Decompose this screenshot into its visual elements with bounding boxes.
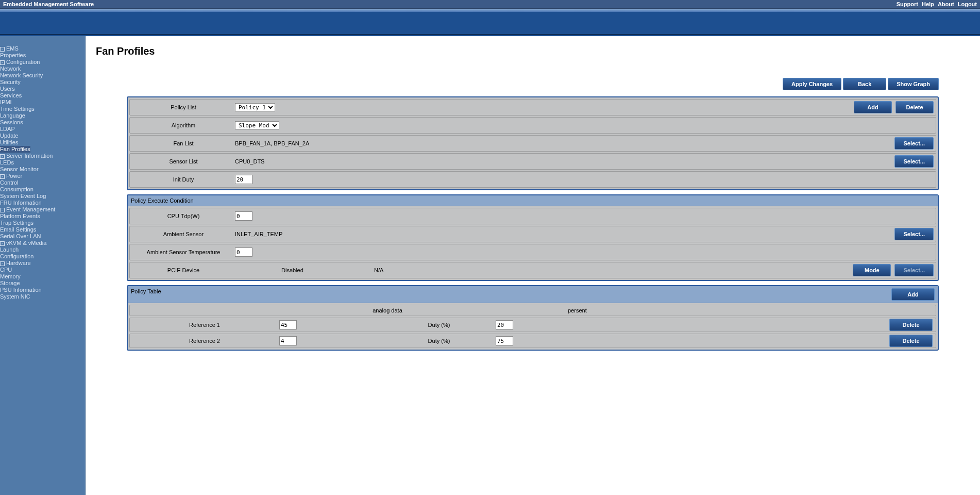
sidebar-item-language[interactable]: Language: [0, 112, 25, 119]
sidebar-item-users[interactable]: Users: [0, 86, 15, 92]
sidebar-item-update[interactable]: Update: [0, 133, 18, 139]
support-link[interactable]: Support: [897, 1, 918, 7]
collapse-icon[interactable]: -: [0, 241, 5, 246]
sidebar-item-ldap[interactable]: LDAP: [0, 126, 15, 132]
sidebar-item-cpu[interactable]: CPU: [0, 267, 12, 273]
sidebar-item-storage[interactable]: Storage: [0, 280, 20, 286]
cpu-tdp-input[interactable]: [235, 211, 252, 221]
sidebar-item-ipmi[interactable]: IPMI: [0, 99, 12, 105]
policy-table-panel: Policy Table Add analog data persent Ref…: [127, 285, 939, 351]
fan-list-label: Fan List: [132, 140, 235, 146]
reference1-delete-button[interactable]: Delete: [889, 319, 933, 331]
collapse-icon[interactable]: -: [0, 47, 5, 52]
sidebar-item-launch[interactable]: Launch: [0, 246, 19, 253]
ambient-sensor-label: Ambient Sensor: [132, 231, 235, 237]
ambient-sensor-select-button[interactable]: Select...: [894, 228, 934, 240]
sensor-list-value: CPU0_DTS: [235, 158, 892, 164]
show-graph-button[interactable]: Show Graph: [888, 78, 939, 90]
sidebar-item-fru[interactable]: FRU Information: [0, 200, 42, 206]
sidebar-item-properties[interactable]: Properties: [0, 52, 26, 58]
pcie-mode-button[interactable]: Mode: [853, 264, 891, 276]
collapse-icon[interactable]: -: [0, 154, 5, 159]
sensor-list-select-button[interactable]: Select...: [894, 155, 934, 168]
ambient-temp-label: Ambient Sensor Temperature: [132, 249, 235, 255]
policy-add-button[interactable]: Add: [854, 101, 892, 113]
reference1-analog-input[interactable]: [279, 320, 297, 329]
algorithm-select[interactable]: Slope Mode: [235, 121, 279, 129]
sidebar-item-control[interactable]: Control: [0, 179, 18, 186]
persent-col-header: persent: [496, 305, 936, 316]
fan-list-select-button[interactable]: Select...: [894, 137, 934, 150]
reference2-label: Reference 2: [130, 338, 279, 344]
policy-execute-condition-panel: Policy Execute Condition CPU Tdp(W) Ambi…: [127, 194, 939, 281]
reference1-duty-input[interactable]: [496, 320, 513, 329]
reference2-delete-button[interactable]: Delete: [889, 335, 933, 347]
page-title: Fan Profiles: [96, 45, 970, 57]
collapse-icon[interactable]: -: [0, 60, 5, 65]
sidebar-item-platform-events[interactable]: Platform Events: [0, 213, 40, 219]
sidebar-item-power[interactable]: Power: [6, 173, 22, 179]
init-duty-input[interactable]: [235, 175, 252, 184]
sidebar-item-consumption[interactable]: Consumption: [0, 186, 33, 192]
analog-data-col-header: analog data: [279, 305, 496, 316]
sidebar-item-network[interactable]: Network: [0, 65, 21, 72]
help-link[interactable]: Help: [922, 1, 934, 7]
collapse-icon[interactable]: -: [0, 208, 5, 212]
sidebar-item-ems[interactable]: EMS: [6, 45, 19, 52]
sidebar-item-server-information[interactable]: Server Information: [6, 153, 53, 159]
sidebar: -EMS Properties -Configuration Network N…: [0, 36, 86, 495]
pcie-select-button[interactable]: Select...: [894, 264, 934, 276]
sidebar-item-hardware[interactable]: Hardware: [6, 260, 31, 266]
back-button[interactable]: Back: [843, 78, 886, 90]
about-link[interactable]: About: [938, 1, 954, 7]
sidebar-item-event-mgmt[interactable]: Event Management: [6, 206, 55, 212]
sidebar-item-fan-profiles[interactable]: Fan Profiles: [0, 146, 30, 153]
ambient-sensor-value: INLET_AIR_TEMP: [235, 231, 892, 237]
sidebar-item-configuration[interactable]: Configuration: [6, 59, 40, 65]
pcie-status: Disabled: [235, 267, 374, 273]
sidebar-item-sol[interactable]: Serial Over LAN: [0, 233, 41, 239]
sidebar-item-security[interactable]: Security: [0, 79, 21, 85]
init-duty-label: Init Duty: [132, 176, 235, 183]
reference1-label: Reference 1: [130, 322, 279, 328]
sidebar-item-leds[interactable]: LEDs: [0, 159, 14, 166]
algorithm-label: Algorithm: [132, 122, 235, 128]
sidebar-item-sel[interactable]: System Event Log: [0, 193, 46, 199]
policy-list-select[interactable]: Policy 1: [235, 103, 275, 111]
policy-list-label: Policy List: [132, 104, 235, 110]
sidebar-item-utilities[interactable]: Utilities: [0, 139, 18, 145]
pcie-na: N/A: [374, 267, 477, 273]
sidebar-item-trap-settings[interactable]: Trap Settings: [0, 220, 33, 226]
policy-config-panel: Policy List Policy 1 Add Delete Algorith…: [127, 96, 939, 190]
apply-changes-button[interactable]: Apply Changes: [783, 78, 841, 90]
sidebar-item-sessions[interactable]: Sessions: [0, 119, 23, 125]
duty-pct-label-1: Duty (%): [382, 322, 496, 328]
duty-pct-label-2: Duty (%): [382, 338, 496, 344]
reference2-analog-input[interactable]: [279, 336, 297, 345]
ambient-temp-input[interactable]: [235, 248, 252, 257]
sidebar-item-vkvm[interactable]: vKVM & vMedia: [6, 240, 46, 246]
policy-delete-button[interactable]: Delete: [895, 101, 934, 113]
policy-table-add-button[interactable]: Add: [891, 288, 935, 301]
sidebar-item-time-settings[interactable]: Time Settings: [0, 106, 35, 112]
collapse-icon[interactable]: -: [0, 261, 5, 266]
sidebar-item-email-settings[interactable]: Email Settings: [0, 226, 36, 233]
reference2-duty-input[interactable]: [496, 336, 513, 345]
sidebar-item-network-security[interactable]: Network Security: [0, 72, 43, 78]
sidebar-item-services[interactable]: Services: [0, 92, 22, 98]
logout-link[interactable]: Logout: [958, 1, 977, 7]
collapse-icon[interactable]: -: [0, 174, 5, 179]
cpu-tdp-label: CPU Tdp(W): [132, 213, 235, 219]
app-title: Embedded Management Software: [3, 0, 94, 8]
pcie-device-label: PCIE Device: [132, 267, 235, 273]
sidebar-item-psu[interactable]: PSU Information: [0, 287, 42, 293]
sidebar-item-sensor-monitor[interactable]: Sensor Monitor: [0, 166, 39, 172]
policy-table-header: Policy Table: [131, 288, 161, 294]
sidebar-item-configuration-vkvm[interactable]: Configuration: [0, 253, 33, 259]
sensor-list-label: Sensor List: [132, 158, 235, 164]
sidebar-item-memory[interactable]: Memory: [0, 273, 21, 279]
sidebar-item-nic[interactable]: System NIC: [0, 293, 30, 300]
policy-exec-header: Policy Execute Condition: [131, 197, 194, 204]
fan-list-value: BPB_FAN_1A, BPB_FAN_2A: [235, 140, 892, 146]
